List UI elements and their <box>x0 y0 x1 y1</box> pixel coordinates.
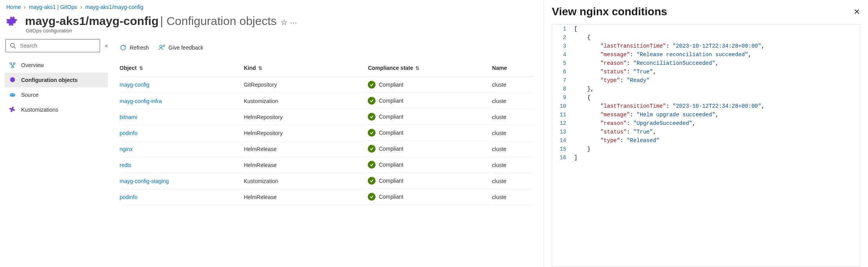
code-line: 1[ <box>552 25 860 33</box>
page-header: mayg-aks1/mayg-config Configuration obje… <box>5 14 533 28</box>
svg-point-6 <box>10 93 15 96</box>
sort-icon: ⇅ <box>139 66 143 71</box>
object-link[interactable]: mayg-config <box>120 82 149 88</box>
success-check-icon <box>368 161 376 169</box>
code-line: 14 "type": "Released" <box>552 136 860 145</box>
search-input-wrapper[interactable] <box>5 39 100 52</box>
page-title-name: mayg-aks1/mayg-config <box>25 14 159 28</box>
page-title-section: Configuration objects <box>160 14 277 28</box>
column-header-kind[interactable]: Kind⇅ <box>244 59 368 77</box>
compliance-cell: Compliant <box>368 141 492 157</box>
success-check-icon <box>368 193 376 201</box>
success-check-icon <box>368 113 376 121</box>
svg-point-4 <box>12 66 14 68</box>
close-icon[interactable]: ✕ <box>854 7 860 16</box>
overview-icon <box>9 61 16 69</box>
compliance-cell: Compliant <box>368 109 492 125</box>
refresh-icon <box>120 44 127 51</box>
object-link[interactable]: mayg-config-staging <box>120 178 169 184</box>
name-cell: cluste <box>492 93 533 109</box>
sidebar-item-overview[interactable]: Overview <box>5 58 108 73</box>
chevron-right-icon: › <box>24 4 26 10</box>
kind-cell: HelmRepository <box>244 109 368 125</box>
line-number: 14 <box>552 136 571 145</box>
breadcrumb-home[interactable]: Home <box>6 4 21 10</box>
object-link[interactable]: podinfo <box>120 130 138 136</box>
conditions-json-viewer[interactable]: 1[2 {3 "lastTransitionTime": "2023-10-12… <box>552 24 860 267</box>
table-row[interactable]: nginxHelmReleaseCompliantcluste <box>120 141 533 157</box>
sidebar-item-label: Kustomizations <box>21 107 58 113</box>
success-check-icon <box>368 81 376 89</box>
object-link[interactable]: nginx <box>120 146 132 152</box>
line-number: 12 <box>552 119 571 128</box>
line-number: 11 <box>552 110 571 119</box>
sidebar-item-kustomizations[interactable]: Kustomizations <box>5 102 108 117</box>
table-row[interactable]: podinfoHelmRepositoryCompliantcluste <box>120 125 533 141</box>
more-menu-icon[interactable]: ⋯ <box>290 18 298 27</box>
search-input[interactable] <box>19 42 96 49</box>
code-line: 7 "type": "Ready" <box>552 76 860 85</box>
success-check-icon <box>368 177 376 185</box>
code-line: 4 "message": "Release reconciliation suc… <box>552 50 860 59</box>
code-line: 15 } <box>552 145 860 153</box>
kind-cell: Kustomization <box>244 173 368 189</box>
page-subtitle: GitOps configuration <box>5 28 533 34</box>
table-row[interactable]: mayg-configGitRepositoryCompliantcluste <box>120 77 533 93</box>
line-number: 3 <box>552 42 571 50</box>
svg-point-0 <box>11 43 14 47</box>
object-link[interactable]: mayg-config-infra <box>120 98 162 104</box>
sidebar-item-configuration-objects[interactable]: Configuration objects <box>5 73 108 87</box>
svg-point-7 <box>160 45 162 48</box>
conditions-panel: View nginx conditions ✕ 1[2 {3 "lastTran… <box>544 0 868 267</box>
search-icon <box>10 43 16 49</box>
breadcrumb: Home › mayg-aks1 | GitOps › mayg-aks1/ma… <box>5 4 533 10</box>
table-row[interactable]: redisHelmReleaseCompliantcluste <box>120 157 533 173</box>
column-header-object[interactable]: Object⇅ <box>120 59 244 77</box>
column-header-name[interactable]: Name <box>492 59 533 77</box>
compliance-cell: Compliant <box>368 77 492 93</box>
kind-cell: Kustomization <box>244 93 368 109</box>
line-number: 15 <box>552 145 571 153</box>
object-link[interactable]: redis <box>120 162 131 168</box>
code-line: 16] <box>552 153 860 162</box>
compliance-cell: Compliant <box>368 125 492 141</box>
line-number: 5 <box>552 59 571 68</box>
compliance-cell: Compliant <box>368 93 492 109</box>
object-link[interactable]: podinfo <box>120 194 138 200</box>
svg-line-1 <box>14 47 16 48</box>
name-cell: cluste <box>492 125 533 141</box>
line-number: 9 <box>552 93 571 102</box>
give-feedback-label: Give feedback <box>168 44 204 51</box>
kind-cell: HelmRelease <box>244 157 368 173</box>
toolbar: Refresh Give feedback <box>120 39 533 56</box>
sidebar-item-source[interactable]: Source <box>5 87 108 102</box>
code-line: 12 "reason": "UpgradeSucceeded", <box>552 119 860 128</box>
code-line: 11 "message": "Helm upgrade succeeded", <box>552 110 860 119</box>
code-line: 9 { <box>552 93 860 102</box>
sort-icon: ⇅ <box>415 66 419 71</box>
give-feedback-button[interactable]: Give feedback <box>158 44 204 51</box>
table-row[interactable]: bitnamiHelmRepositoryCompliantcluste <box>120 109 533 125</box>
table-row[interactable]: mayg-config-infraKustomizationCompliantc… <box>120 93 533 109</box>
favorite-star-icon[interactable]: ☆ <box>281 18 288 27</box>
line-number: 10 <box>552 102 571 110</box>
line-number: 8 <box>552 85 571 93</box>
line-number: 16 <box>552 153 571 162</box>
table-row[interactable]: mayg-config-stagingKustomizationComplian… <box>120 173 533 189</box>
code-line: 13 "status": "True", <box>552 128 860 136</box>
kustomizations-icon <box>9 106 16 114</box>
source-icon <box>9 91 16 99</box>
config-objects-icon <box>9 76 16 84</box>
success-check-icon <box>368 145 376 153</box>
object-link[interactable]: bitnami <box>120 114 137 120</box>
breadcrumb-config[interactable]: mayg-aks1/mayg-config <box>85 4 143 10</box>
config-icon <box>5 14 20 28</box>
collapse-sidebar-icon[interactable]: « <box>105 43 108 49</box>
code-line: 2 { <box>552 33 860 42</box>
refresh-button[interactable]: Refresh <box>120 44 149 51</box>
table-row[interactable]: podinfoHelmReleaseCompliantcluste <box>120 189 533 205</box>
column-header-compliance[interactable]: Compliance state⇅ <box>368 59 492 77</box>
breadcrumb-cluster[interactable]: mayg-aks1 | GitOps <box>29 4 77 10</box>
compliance-cell: Compliant <box>368 189 492 205</box>
config-objects-table: Object⇅ Kind⇅ Compliance state⇅ Name may… <box>120 59 533 205</box>
